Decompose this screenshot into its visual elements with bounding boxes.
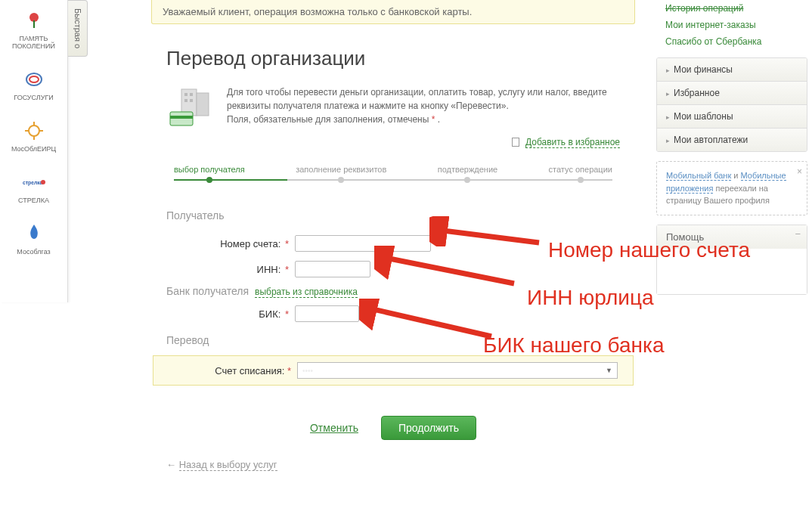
gosuslugi-icon bbox=[23, 68, 45, 91]
account-input[interactable] bbox=[295, 235, 431, 252]
debit-account-label: Счет списания: * bbox=[169, 365, 297, 376]
svg-rect-13 bbox=[184, 93, 188, 96]
accordion-favorites[interactable]: Избранное bbox=[657, 82, 807, 105]
add-favorite-link[interactable]: Добавить в избранное bbox=[525, 137, 620, 148]
step-confirm: подтверждение bbox=[438, 165, 497, 183]
fast-payment-tab[interactable]: Быстрая о bbox=[68, 0, 88, 57]
link-history[interactable]: История операций bbox=[665, 0, 798, 17]
bik-label: БИК: * bbox=[166, 308, 295, 320]
account-label: Номер счета: * bbox=[166, 238, 295, 249]
link-thanks[interactable]: Спасибо от Сбербанка bbox=[665, 33, 798, 50]
step-requisites: заполнение реквизитов bbox=[296, 165, 386, 183]
strelka-icon: стрелка bbox=[23, 171, 45, 194]
link-orders[interactable]: Мои интернет-заказы bbox=[665, 17, 798, 33]
right-sidebar: История операций Мои интернет-заказы Спа… bbox=[656, 0, 807, 295]
page-title: Перевод организации bbox=[166, 47, 635, 70]
inn-label: ИНН: * bbox=[166, 264, 295, 275]
sidebar-item-gosuslugi[interactable]: ГОСУСЛУГИ bbox=[0, 59, 67, 110]
svg-text:стрелка: стрелка bbox=[23, 180, 43, 186]
sidebar-item-strelka[interactable]: стрелка СТРЕЛКА bbox=[0, 162, 67, 213]
help-header[interactable]: Помощь bbox=[657, 225, 807, 249]
step-recipient: выбор получателя bbox=[174, 165, 245, 183]
debit-account-select[interactable]: •••• bbox=[297, 362, 618, 379]
bank-directory-link[interactable]: выбрать из справочника bbox=[255, 287, 358, 298]
info-notice: × Мобильный банк и Мобильные приложения … bbox=[656, 161, 807, 215]
continue-button[interactable]: Продолжить bbox=[381, 416, 476, 440]
sidebar-item-mosoblgaz[interactable]: Мособлгаз bbox=[0, 213, 67, 265]
cancel-link[interactable]: Отменить bbox=[310, 422, 358, 434]
sidebar-label: Мособлгаз bbox=[17, 248, 50, 256]
step-indicator: выбор получателя заполнение реквизитов п… bbox=[151, 153, 635, 202]
svg-rect-14 bbox=[190, 93, 193, 96]
accordion-finances[interactable]: Мои финансы bbox=[657, 58, 807, 82]
mobile-bank-link[interactable]: Мобильный банк bbox=[666, 171, 731, 181]
main-content: Уважаемый клиент, операция возможна толь… bbox=[151, 0, 635, 470]
sidebar-label: ГОСУСЛУГИ bbox=[14, 94, 53, 101]
gas-flame-icon bbox=[23, 222, 45, 245]
svg-point-4 bbox=[29, 125, 39, 136]
section-recipient: Получатель bbox=[151, 202, 635, 231]
sidebar-label: ПАМЯТЬ ПОКОЛЕНИЙ bbox=[3, 35, 64, 50]
svg-rect-1 bbox=[33, 20, 35, 28]
accordion-autopay[interactable]: Мои автоплатежи bbox=[657, 129, 807, 151]
svg-rect-18 bbox=[170, 116, 193, 119]
svg-rect-12 bbox=[197, 93, 209, 116]
help-panel: − Помощь bbox=[656, 225, 807, 295]
back-link[interactable]: Назад к выбору услуг bbox=[151, 459, 635, 470]
left-service-sidebar: ПАМЯТЬ ПОКОЛЕНИЙ ГОСУСЛУГИ МосОблЕИРЦ ст… bbox=[0, 0, 68, 302]
intro-text: Для того чтобы перевести деньги организа… bbox=[227, 85, 620, 127]
sidebar-label: МосОблЕИРЦ bbox=[11, 145, 56, 153]
close-icon[interactable]: × bbox=[797, 165, 802, 178]
svg-rect-16 bbox=[190, 99, 193, 102]
svg-point-3 bbox=[29, 76, 39, 82]
accordion-menu: Мои финансы Избранное Мои шаблоны Мои ав… bbox=[656, 57, 807, 152]
inn-input[interactable] bbox=[295, 261, 370, 277]
section-transfer: Перевод bbox=[151, 327, 635, 355]
sidebar-item-mosobleirc[interactable]: МосОблЕИРЦ bbox=[0, 110, 67, 162]
bookmark-icon bbox=[512, 138, 519, 147]
alert-banner: Уважаемый клиент, операция возможна толь… bbox=[151, 0, 635, 24]
minimize-icon[interactable]: − bbox=[795, 228, 801, 240]
step-status: статус операции bbox=[549, 165, 612, 183]
building-card-icon bbox=[166, 85, 215, 127]
section-bank: Банк получателя bbox=[166, 285, 249, 297]
accordion-templates[interactable]: Мои шаблоны bbox=[657, 105, 807, 129]
sidebar-label: СТРЕЛКА bbox=[18, 197, 49, 204]
svg-rect-15 bbox=[184, 99, 188, 102]
sun-gear-icon bbox=[23, 119, 45, 142]
svg-point-10 bbox=[41, 180, 45, 184]
bik-input[interactable] bbox=[295, 305, 359, 322]
flower-icon bbox=[23, 9, 45, 32]
sidebar-item-memory[interactable]: ПАМЯТЬ ПОКОЛЕНИЙ bbox=[0, 0, 67, 59]
